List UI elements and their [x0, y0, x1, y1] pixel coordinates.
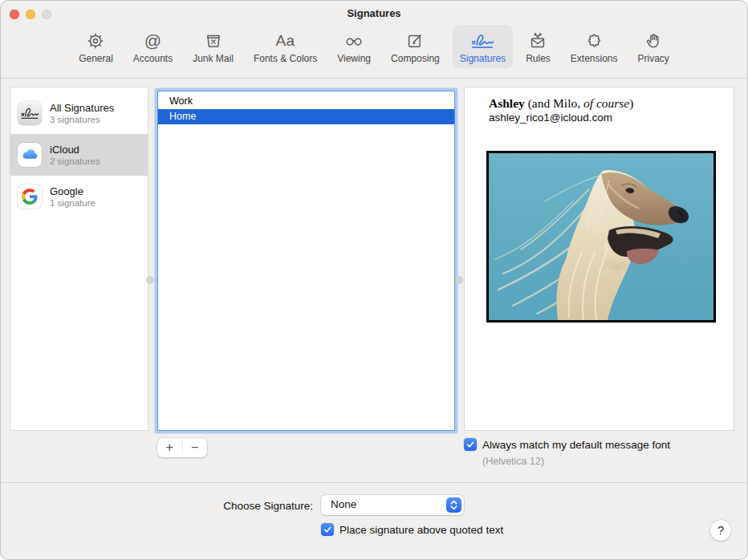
- accounts-sidebar: All Signatures 3 signatures iCloud 2 sig…: [10, 87, 148, 431]
- sidebar-item-google[interactable]: Google 1 signature: [10, 176, 148, 217]
- place-signature-row: Place signature above quoted text: [321, 523, 503, 536]
- account-name: Google: [50, 185, 96, 197]
- choose-signature-value: None: [331, 498, 356, 510]
- tab-label: Rules: [526, 53, 551, 64]
- chevron-up-down-icon: [446, 497, 461, 513]
- signature-icon: [470, 30, 494, 51]
- tab-label: Viewing: [337, 53, 371, 64]
- match-font-checkbox[interactable]: [464, 438, 477, 451]
- place-signature-label: Place signature above quoted text: [339, 524, 503, 536]
- match-font-label: Always match my default message font: [482, 439, 670, 451]
- compose-icon: [405, 30, 425, 51]
- tab-label: Signatures: [460, 53, 506, 64]
- pane-resize-handle-left[interactable]: [146, 276, 154, 284]
- tab-rules[interactable]: Rules: [518, 25, 558, 68]
- tab-junk-mail[interactable]: Junk Mail: [185, 25, 241, 68]
- remove-signature-button[interactable]: −: [183, 438, 208, 457]
- signature-add-remove-control: + −: [157, 438, 207, 457]
- afghan-hound-photo: [486, 151, 716, 323]
- signature-name-italic: of course: [583, 96, 629, 110]
- tab-signatures[interactable]: Signatures: [453, 25, 513, 68]
- signature-name-regular: (and Milo,: [525, 96, 583, 110]
- signature-name-close: ): [629, 96, 633, 110]
- gear-icon: [86, 30, 105, 51]
- tab-label: Privacy: [638, 53, 669, 64]
- bottom-divider: [0, 482, 748, 483]
- tab-extensions[interactable]: Extensions: [563, 25, 625, 68]
- tab-composing[interactable]: Composing: [384, 25, 447, 68]
- tab-label: Junk Mail: [193, 53, 234, 64]
- signature-name-bold: Ashley: [489, 96, 525, 110]
- tab-general[interactable]: General: [71, 25, 120, 68]
- place-signature-checkbox[interactable]: [321, 523, 334, 536]
- choose-signature-dropdown[interactable]: None: [321, 495, 464, 515]
- tab-privacy[interactable]: Privacy: [631, 25, 677, 68]
- choose-signature-label: Choose Signature:: [193, 500, 313, 512]
- puzzle-icon: [584, 30, 604, 51]
- signature-list[interactable]: Work Home: [157, 91, 455, 431]
- all-signatures-icon: [18, 101, 42, 125]
- icloud-icon: [18, 143, 42, 167]
- tab-label: Accounts: [133, 53, 173, 64]
- pane-resize-handle-right[interactable]: [455, 276, 463, 284]
- mail-settings-window: Signatures General @ Accounts Jun: [0, 0, 748, 560]
- glasses-icon: [344, 30, 364, 51]
- account-name: All Signatures: [50, 102, 114, 114]
- signature-name-line: Ashley (and Milo, of course): [489, 96, 734, 111]
- tab-fonts-colors[interactable]: Aa Fonts & Colors: [246, 25, 324, 68]
- tab-label: Extensions: [571, 53, 618, 64]
- tab-label: Composing: [391, 53, 440, 64]
- account-count: 1 signature: [50, 198, 96, 208]
- window-title: Signatures: [0, 7, 748, 19]
- tab-viewing[interactable]: Viewing: [330, 25, 378, 68]
- signature-email: ashley_rico1@icloud.com: [489, 112, 734, 124]
- toolbar-divider: [0, 78, 748, 79]
- add-signature-button[interactable]: +: [157, 438, 182, 457]
- signature-editor[interactable]: Ashley (and Milo, of course) ashley_rico…: [464, 87, 734, 431]
- signature-row-work[interactable]: Work: [158, 94, 454, 109]
- signature-row-home[interactable]: Home: [158, 109, 454, 124]
- match-font-row: Always match my default message font: [464, 438, 670, 451]
- hand-icon: [644, 30, 663, 51]
- sidebar-item-all-signatures[interactable]: All Signatures 3 signatures: [10, 92, 148, 134]
- account-count: 2 signatures: [50, 156, 100, 166]
- tab-label: Fonts & Colors: [254, 53, 317, 64]
- help-button[interactable]: ?: [710, 520, 731, 541]
- rules-envelope-icon: [528, 30, 547, 51]
- account-name: iCloud: [50, 144, 100, 156]
- settings-toolbar: General @ Accounts Junk Mail Aa Fonts & …: [0, 25, 748, 75]
- match-font-detail: (Helvetica 12): [482, 456, 544, 467]
- fonts-aa-icon: Aa: [275, 30, 295, 51]
- sidebar-item-icloud[interactable]: iCloud 2 signatures: [10, 134, 148, 176]
- tab-label: General: [79, 53, 113, 64]
- account-count: 3 signatures: [50, 115, 114, 124]
- at-icon: @: [144, 30, 161, 51]
- junk-bin-icon: [204, 30, 223, 51]
- titlebar: Signatures: [0, 0, 748, 24]
- tab-accounts[interactable]: @ Accounts: [126, 25, 180, 68]
- google-icon: [18, 185, 42, 209]
